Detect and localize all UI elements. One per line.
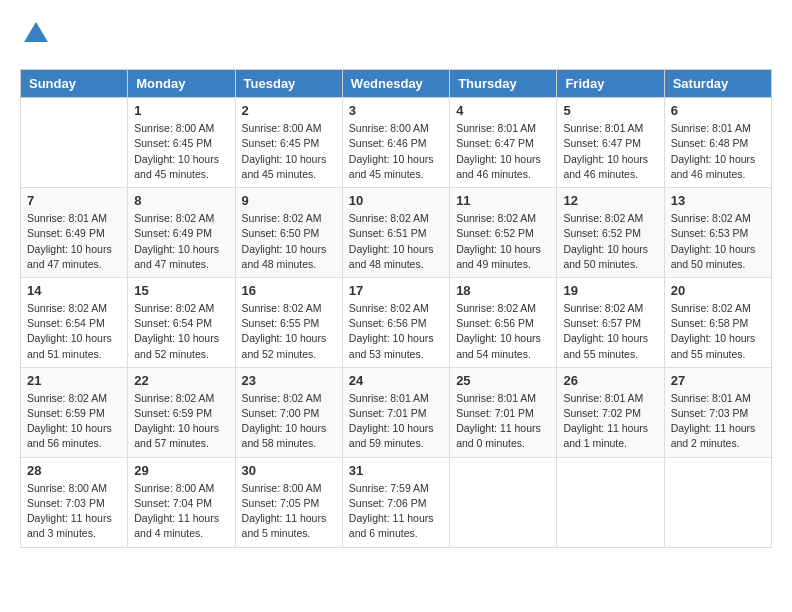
- calendar-cell: 15Sunrise: 8:02 AMSunset: 6:54 PMDayligh…: [128, 277, 235, 367]
- calendar-cell: 27Sunrise: 8:01 AMSunset: 7:03 PMDayligh…: [664, 367, 771, 457]
- calendar-week-row: 7Sunrise: 8:01 AMSunset: 6:49 PMDaylight…: [21, 188, 772, 278]
- day-info: Sunrise: 8:00 AMSunset: 7:03 PMDaylight:…: [27, 481, 121, 542]
- calendar-body: 1Sunrise: 8:00 AMSunset: 6:45 PMDaylight…: [21, 98, 772, 547]
- calendar-cell: 25Sunrise: 8:01 AMSunset: 7:01 PMDayligh…: [450, 367, 557, 457]
- calendar-cell: 23Sunrise: 8:02 AMSunset: 7:00 PMDayligh…: [235, 367, 342, 457]
- calendar-cell: [664, 457, 771, 547]
- day-info: Sunrise: 8:02 AMSunset: 6:59 PMDaylight:…: [134, 391, 228, 452]
- day-info: Sunrise: 8:02 AMSunset: 6:59 PMDaylight:…: [27, 391, 121, 452]
- calendar-cell: 14Sunrise: 8:02 AMSunset: 6:54 PMDayligh…: [21, 277, 128, 367]
- day-number: 19: [563, 283, 657, 298]
- day-number: 28: [27, 463, 121, 478]
- day-number: 30: [242, 463, 336, 478]
- day-number: 14: [27, 283, 121, 298]
- day-number: 20: [671, 283, 765, 298]
- calendar-cell: 2Sunrise: 8:00 AMSunset: 6:45 PMDaylight…: [235, 98, 342, 188]
- calendar-cell: [450, 457, 557, 547]
- day-number: 12: [563, 193, 657, 208]
- calendar-cell: 10Sunrise: 8:02 AMSunset: 6:51 PMDayligh…: [342, 188, 449, 278]
- day-number: 8: [134, 193, 228, 208]
- day-info: Sunrise: 8:01 AMSunset: 6:47 PMDaylight:…: [456, 121, 550, 182]
- day-info: Sunrise: 8:00 AMSunset: 6:46 PMDaylight:…: [349, 121, 443, 182]
- calendar-cell: 3Sunrise: 8:00 AMSunset: 6:46 PMDaylight…: [342, 98, 449, 188]
- col-thursday: Thursday: [450, 70, 557, 98]
- day-info: Sunrise: 8:02 AMSunset: 6:50 PMDaylight:…: [242, 211, 336, 272]
- day-info: Sunrise: 8:02 AMSunset: 6:56 PMDaylight:…: [456, 301, 550, 362]
- day-number: 23: [242, 373, 336, 388]
- calendar-cell: [557, 457, 664, 547]
- day-number: 29: [134, 463, 228, 478]
- calendar-cell: 9Sunrise: 8:02 AMSunset: 6:50 PMDaylight…: [235, 188, 342, 278]
- day-number: 13: [671, 193, 765, 208]
- calendar-cell: [21, 98, 128, 188]
- calendar-cell: 29Sunrise: 8:00 AMSunset: 7:04 PMDayligh…: [128, 457, 235, 547]
- col-wednesday: Wednesday: [342, 70, 449, 98]
- day-number: 5: [563, 103, 657, 118]
- day-info: Sunrise: 8:01 AMSunset: 7:03 PMDaylight:…: [671, 391, 765, 452]
- calendar-cell: 17Sunrise: 8:02 AMSunset: 6:56 PMDayligh…: [342, 277, 449, 367]
- calendar-table: Sunday Monday Tuesday Wednesday Thursday…: [20, 69, 772, 547]
- calendar-cell: 4Sunrise: 8:01 AMSunset: 6:47 PMDaylight…: [450, 98, 557, 188]
- calendar-week-row: 1Sunrise: 8:00 AMSunset: 6:45 PMDaylight…: [21, 98, 772, 188]
- calendar-cell: 22Sunrise: 8:02 AMSunset: 6:59 PMDayligh…: [128, 367, 235, 457]
- calendar-cell: 5Sunrise: 8:01 AMSunset: 6:47 PMDaylight…: [557, 98, 664, 188]
- svg-marker-0: [24, 22, 48, 42]
- day-info: Sunrise: 8:02 AMSunset: 6:56 PMDaylight:…: [349, 301, 443, 362]
- day-info: Sunrise: 8:00 AMSunset: 6:45 PMDaylight:…: [242, 121, 336, 182]
- day-info: Sunrise: 8:01 AMSunset: 7:02 PMDaylight:…: [563, 391, 657, 452]
- day-info: Sunrise: 8:02 AMSunset: 6:57 PMDaylight:…: [563, 301, 657, 362]
- logo-icon: [22, 20, 50, 48]
- day-number: 9: [242, 193, 336, 208]
- calendar-cell: 31Sunrise: 7:59 AMSunset: 7:06 PMDayligh…: [342, 457, 449, 547]
- day-number: 2: [242, 103, 336, 118]
- day-number: 25: [456, 373, 550, 388]
- calendar-cell: 6Sunrise: 8:01 AMSunset: 6:48 PMDaylight…: [664, 98, 771, 188]
- day-number: 7: [27, 193, 121, 208]
- day-info: Sunrise: 8:00 AMSunset: 7:05 PMDaylight:…: [242, 481, 336, 542]
- calendar-header-row: Sunday Monday Tuesday Wednesday Thursday…: [21, 70, 772, 98]
- day-info: Sunrise: 8:01 AMSunset: 7:01 PMDaylight:…: [349, 391, 443, 452]
- calendar-cell: 30Sunrise: 8:00 AMSunset: 7:05 PMDayligh…: [235, 457, 342, 547]
- day-info: Sunrise: 8:02 AMSunset: 6:52 PMDaylight:…: [456, 211, 550, 272]
- calendar-cell: 11Sunrise: 8:02 AMSunset: 6:52 PMDayligh…: [450, 188, 557, 278]
- day-info: Sunrise: 8:01 AMSunset: 6:48 PMDaylight:…: [671, 121, 765, 182]
- day-info: Sunrise: 8:02 AMSunset: 6:58 PMDaylight:…: [671, 301, 765, 362]
- day-number: 15: [134, 283, 228, 298]
- calendar-cell: 16Sunrise: 8:02 AMSunset: 6:55 PMDayligh…: [235, 277, 342, 367]
- day-info: Sunrise: 8:02 AMSunset: 6:54 PMDaylight:…: [27, 301, 121, 362]
- calendar-cell: 13Sunrise: 8:02 AMSunset: 6:53 PMDayligh…: [664, 188, 771, 278]
- calendar-cell: 20Sunrise: 8:02 AMSunset: 6:58 PMDayligh…: [664, 277, 771, 367]
- day-number: 16: [242, 283, 336, 298]
- calendar-cell: 21Sunrise: 8:02 AMSunset: 6:59 PMDayligh…: [21, 367, 128, 457]
- logo-text: [20, 20, 50, 53]
- day-number: 17: [349, 283, 443, 298]
- col-sunday: Sunday: [21, 70, 128, 98]
- day-number: 26: [563, 373, 657, 388]
- day-info: Sunrise: 8:02 AMSunset: 7:00 PMDaylight:…: [242, 391, 336, 452]
- calendar-cell: 18Sunrise: 8:02 AMSunset: 6:56 PMDayligh…: [450, 277, 557, 367]
- day-info: Sunrise: 8:02 AMSunset: 6:49 PMDaylight:…: [134, 211, 228, 272]
- logo: [20, 20, 50, 53]
- calendar-week-row: 28Sunrise: 8:00 AMSunset: 7:03 PMDayligh…: [21, 457, 772, 547]
- day-number: 10: [349, 193, 443, 208]
- day-number: 22: [134, 373, 228, 388]
- day-info: Sunrise: 8:00 AMSunset: 6:45 PMDaylight:…: [134, 121, 228, 182]
- day-info: Sunrise: 8:02 AMSunset: 6:51 PMDaylight:…: [349, 211, 443, 272]
- day-number: 3: [349, 103, 443, 118]
- col-friday: Friday: [557, 70, 664, 98]
- calendar-cell: 1Sunrise: 8:00 AMSunset: 6:45 PMDaylight…: [128, 98, 235, 188]
- calendar-week-row: 14Sunrise: 8:02 AMSunset: 6:54 PMDayligh…: [21, 277, 772, 367]
- day-info: Sunrise: 8:02 AMSunset: 6:52 PMDaylight:…: [563, 211, 657, 272]
- calendar-week-row: 21Sunrise: 8:02 AMSunset: 6:59 PMDayligh…: [21, 367, 772, 457]
- calendar-cell: 24Sunrise: 8:01 AMSunset: 7:01 PMDayligh…: [342, 367, 449, 457]
- day-info: Sunrise: 8:02 AMSunset: 6:53 PMDaylight:…: [671, 211, 765, 272]
- day-number: 31: [349, 463, 443, 478]
- day-info: Sunrise: 8:01 AMSunset: 7:01 PMDaylight:…: [456, 391, 550, 452]
- calendar-cell: 12Sunrise: 8:02 AMSunset: 6:52 PMDayligh…: [557, 188, 664, 278]
- col-monday: Monday: [128, 70, 235, 98]
- day-number: 6: [671, 103, 765, 118]
- day-number: 21: [27, 373, 121, 388]
- day-number: 1: [134, 103, 228, 118]
- day-number: 24: [349, 373, 443, 388]
- day-info: Sunrise: 7:59 AMSunset: 7:06 PMDaylight:…: [349, 481, 443, 542]
